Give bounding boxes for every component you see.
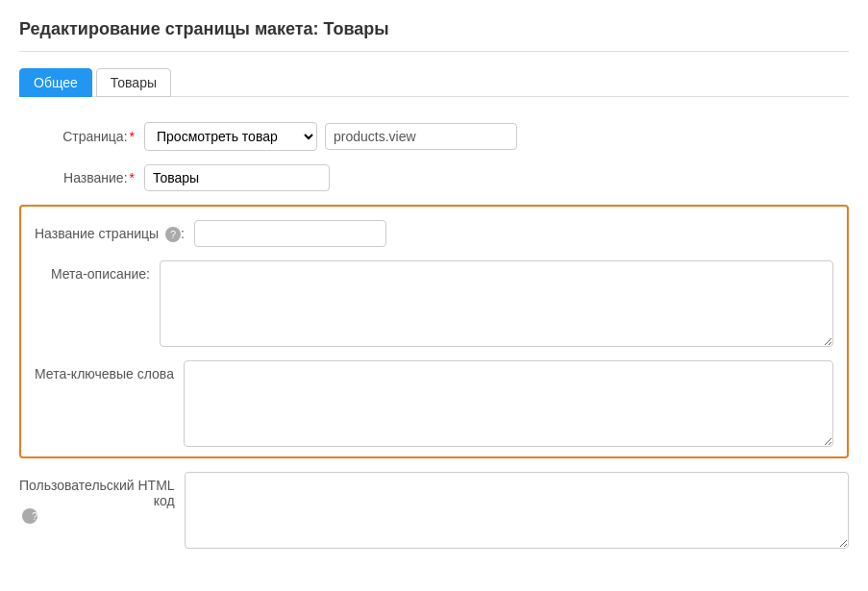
page-title-label: Название страницы ?: — [35, 220, 194, 242]
custom-html-help-icon[interactable]: ? — [22, 508, 37, 524]
name-required-star: * — [130, 170, 135, 185]
meta-desc-textarea[interactable] — [160, 260, 833, 347]
page-wrapper: Редактирование страницы макета: Товары О… — [0, 0, 868, 591]
required-star: * — [130, 129, 135, 144]
page-title: Редактирование страницы макета: Товары — [19, 19, 849, 52]
tabs-bar: Общее Товары — [19, 67, 849, 97]
meta-desc-row: Мета-описание: — [35, 260, 833, 347]
custom-html-textarea[interactable] — [185, 472, 849, 549]
tab-general[interactable]: Общее — [19, 68, 92, 97]
page-select-wrapper: Просмотреть товар products.view — [144, 122, 517, 151]
page-readonly-field: products.view — [325, 123, 517, 150]
page-title-help-icon[interactable]: ? — [165, 227, 181, 242]
name-input[interactable]: Товары — [144, 164, 330, 191]
meta-keywords-row: Мета-ключевые слова — [35, 360, 833, 447]
page-title-input[interactable] — [194, 220, 386, 247]
name-row: Название:* Товары — [19, 164, 849, 191]
page-row: Страница:* Просмотреть товар products.vi… — [19, 122, 849, 151]
custom-html-section: Пользовательский HTML код ? — [19, 472, 849, 549]
form-section: Страница:* Просмотреть товар products.vi… — [19, 112, 849, 558]
page-title-row: Название страницы ?: — [35, 220, 833, 247]
orange-section: Название страницы ?: Мета-описание: Мета… — [19, 205, 849, 458]
meta-keywords-textarea[interactable] — [184, 360, 833, 447]
custom-html-label: Пользовательский HTML код ? — [19, 472, 185, 524]
page-field-label: Страница:* — [19, 129, 144, 144]
tab-products[interactable]: Товары — [96, 68, 171, 97]
meta-desc-label: Мета-описание: — [35, 260, 160, 282]
name-field-label: Название:* — [19, 170, 144, 185]
page-select[interactable]: Просмотреть товар — [144, 122, 317, 151]
meta-keywords-label: Мета-ключевые слова — [35, 360, 184, 382]
